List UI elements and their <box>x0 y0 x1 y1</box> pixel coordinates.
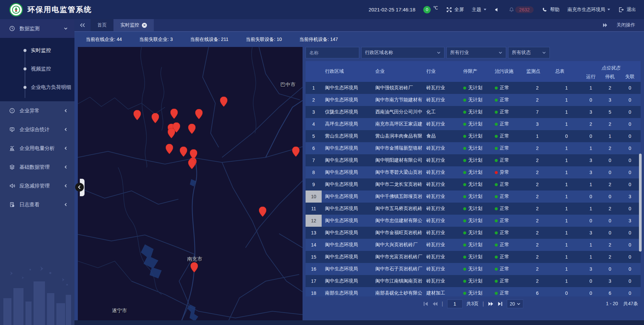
tab-实时监控[interactable]: 实时监控✕ <box>114 19 154 31</box>
map-marker-pin[interactable] <box>152 113 159 123</box>
table-row[interactable]: 10阆中生态环境局阆中千佛镇五郎垭页岩砖瓦行业无计划正常21003 <box>306 191 641 203</box>
table-row[interactable]: 16阆中生态环境局阆中市石子页岩机砖厂砖瓦行业无计划正常21300 <box>306 263 641 275</box>
region-select[interactable]: 行政区域名称 <box>361 47 444 58</box>
map-marker-pin[interactable] <box>191 262 198 272</box>
sidebar-submenu: 实时监控视频监控企业电力负荷明细 <box>0 38 74 101</box>
map-panel[interactable]: 巴中市南充市遂宁市 <box>78 47 303 320</box>
sidebar-item[interactable]: 实时监控 <box>0 41 74 60</box>
map-marker-pin[interactable] <box>188 159 196 169</box>
sidebar-group-data-monitor[interactable]: 数据监测 <box>0 19 74 38</box>
cell-meter: 1 <box>552 251 581 263</box>
map-marker-pin[interactable] <box>292 147 300 157</box>
table-row[interactable]: 18南部生态环境局南部县砚化土砂有限公建材加工无计划正常60060 <box>306 287 641 296</box>
cell-stop-limit: 无计划 <box>460 263 491 275</box>
table-row[interactable]: 6阆中生态环境局阆中市金博瑞新型墙材砖瓦行业无计划正常21120 <box>306 142 641 154</box>
close-operations-button[interactable]: 关闭操作 <box>616 22 635 28</box>
map-marker-pin[interactable] <box>170 109 178 119</box>
table-panel: 行政区域名称 所有行业 所有状态 行政区域企业行业停限产治污设施监测点总表点位状 <box>306 47 641 320</box>
sidebar-group-base-data[interactable]: 基础数据管理 <box>0 158 74 176</box>
cell-company: 阆中市金博瑞新型墙材 <box>372 142 423 154</box>
chevron-down-icon <box>64 26 68 32</box>
first-page-button[interactable] <box>423 302 428 306</box>
logout-button[interactable]: 退出 <box>618 7 636 13</box>
map-marker-pin[interactable] <box>195 109 203 119</box>
table-row[interactable]: 2阆中生态环境局阆中市南方节能建材有砖瓦行业无计划正常21030 <box>306 94 641 106</box>
cell-company: 阆中市石子页岩机砖厂 <box>372 263 423 275</box>
table-scrollbar-thumb[interactable] <box>639 154 642 252</box>
logout-icon <box>618 7 624 13</box>
cell-monitor: 2 <box>523 82 552 94</box>
table-row[interactable]: 8阆中生态环境局阆中市枣碧大梁山页岩砖瓦行业无计划异常21300 <box>306 166 641 178</box>
industry-select[interactable]: 所有行业 <box>446 47 506 58</box>
sidebar-group-emergency[interactable]: 应急减排管理 <box>0 176 74 195</box>
sidebar-item[interactable]: 企业电力负荷明细 <box>0 78 74 97</box>
table-row[interactable]: 11阆中生态环境局阆中市五马桥页岩机砖砖瓦行业无计划正常21120 <box>306 203 641 215</box>
table-row[interactable]: 12阆中生态环境局阆中市忠信建材有限公砖瓦行业无计划正常21003 <box>306 215 641 227</box>
table-row[interactable]: 7阆中生态环境局阆中明阳建材有限公司砖瓦行业无计划正常21300 <box>306 154 641 166</box>
table-row[interactable]: 14阆中生态环境局阆中大兴页岩机砖厂砖瓦行业无计划正常21120 <box>306 239 641 251</box>
sidebar-item-label: 视频监控 <box>31 66 51 72</box>
map-marker-pin[interactable] <box>168 128 175 138</box>
cell-halt: 0 <box>600 191 620 203</box>
name-search-input[interactable] <box>306 47 359 58</box>
table-row[interactable]: 17阆中生态环境局阆中市江南镇阆南页岩砖瓦行业无计划正常21030 <box>306 275 641 287</box>
table-row[interactable]: 13阆中生态环境局阆中市金福旺页岩机砖砖瓦行业无计划正常21300 <box>306 227 641 239</box>
sidebar-group-enterprise-stats[interactable]: 企业综合统计 <box>0 120 74 139</box>
theme-dropdown[interactable]: 主题 <box>472 7 486 13</box>
map-marker-pin[interactable] <box>133 110 141 120</box>
cell-stop-limit: 无计划 <box>460 203 491 215</box>
horn-icon <box>9 183 15 189</box>
status-dot-green <box>495 111 498 114</box>
map-marker-pin[interactable] <box>188 124 196 134</box>
table-row[interactable]: 9阆中生态环境局阆中市二龙长宝页岩砖砖瓦行业无计划正常21120 <box>306 178 641 191</box>
page-title: 环保用电监管系统 <box>28 5 92 15</box>
cell-region: 阆中生态环境局 <box>322 215 372 227</box>
cell-facility: 正常 <box>491 263 523 275</box>
sidebar-group-power-analysis[interactable]: 企业用电量分析 <box>0 139 74 158</box>
table-row[interactable]: 5营山生态环境局营山县润丰肉食品有限食品无计划正常10010 <box>306 130 641 142</box>
help-button[interactable]: 帮助 <box>542 7 559 13</box>
next-page-button[interactable] <box>488 302 493 306</box>
status-dot-green <box>495 147 498 150</box>
cell-halt: 2 <box>600 82 620 94</box>
map-marker-pin[interactable] <box>259 207 266 217</box>
map-collapse-handle[interactable] <box>76 178 87 197</box>
prev-page-button[interactable] <box>432 302 438 306</box>
cell-facility: 正常 <box>491 106 523 118</box>
table-row[interactable]: 3仪陇生态环境局西南油气田分公司川中化工无计划正常71350 <box>306 106 641 118</box>
last-page-button[interactable] <box>497 302 503 306</box>
cell-halt: 3 <box>600 94 620 106</box>
page-number-input[interactable] <box>447 300 463 308</box>
map-marker-pin[interactable] <box>220 97 227 107</box>
table-row[interactable]: 4高坪生态环境局南充市高坪区王家店建砖瓦行业无计划正常31220 <box>306 118 641 130</box>
cell-meter: 1 <box>552 94 581 106</box>
org-dropdown[interactable]: 南充市生态环境局 <box>568 7 610 13</box>
cell-monitor: 2 <box>523 203 552 215</box>
notifications-button[interactable]: 2632 <box>508 6 534 13</box>
map-marker-pin[interactable] <box>166 144 173 154</box>
close-icon[interactable]: ✕ <box>142 23 147 28</box>
sidebar-group-logs[interactable]: 日志查看 <box>0 195 74 214</box>
tabs-scroll-left-button[interactable] <box>74 19 91 31</box>
status-dot-green <box>463 243 466 247</box>
stat-item: 当前失联企业: 3 <box>139 37 173 43</box>
status-select[interactable]: 所有状态 <box>508 47 550 58</box>
cell-seq: 6 <box>306 142 322 154</box>
tabs-scroll-right-button[interactable] <box>602 23 608 28</box>
cell-industry: 砖瓦行业 <box>423 215 460 227</box>
table-row[interactable]: 1阆中生态环境局阆中强锐页岩砖厂砖瓦行业无计划正常21120 <box>306 82 641 94</box>
mute-button[interactable] <box>494 7 500 13</box>
sidebar-group-enterprise-abnormal[interactable]: 企业异常 <box>0 101 74 120</box>
table-row[interactable]: 15阆中生态环境局阆中市光富页岩机砖厂砖瓦行业无计划正常21120 <box>306 251 641 263</box>
cell-run: 0 <box>581 287 600 296</box>
cell-company: 南部县砚化土砂有限公 <box>372 287 423 296</box>
cell-monitor: 2 <box>523 275 552 287</box>
cell-company: 阆中市五马桥页岩机砖 <box>372 203 423 215</box>
fullscreen-button[interactable]: 全屏 <box>446 7 464 13</box>
map-marker-pin[interactable] <box>180 147 187 157</box>
page-size-select[interactable]: 20 <box>507 300 524 308</box>
sidebar-group-label: 数据监测 <box>19 25 59 32</box>
cell-company: 阆中市忠信建材有限公 <box>372 215 423 227</box>
tab-首页[interactable]: 首页 <box>91 19 114 31</box>
sidebar-item[interactable]: 视频监控 <box>0 60 74 78</box>
